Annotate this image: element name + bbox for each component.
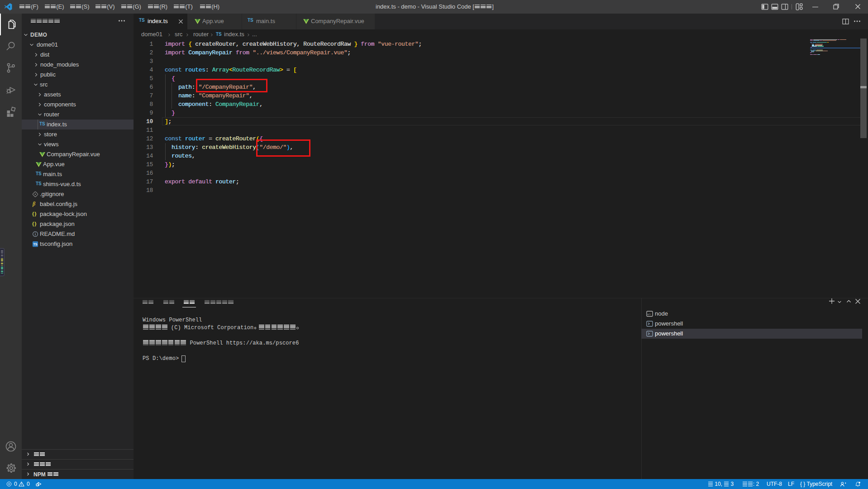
- svg-text:TS: TS: [33, 243, 38, 246]
- svg-text:c:\: c:\: [648, 313, 651, 316]
